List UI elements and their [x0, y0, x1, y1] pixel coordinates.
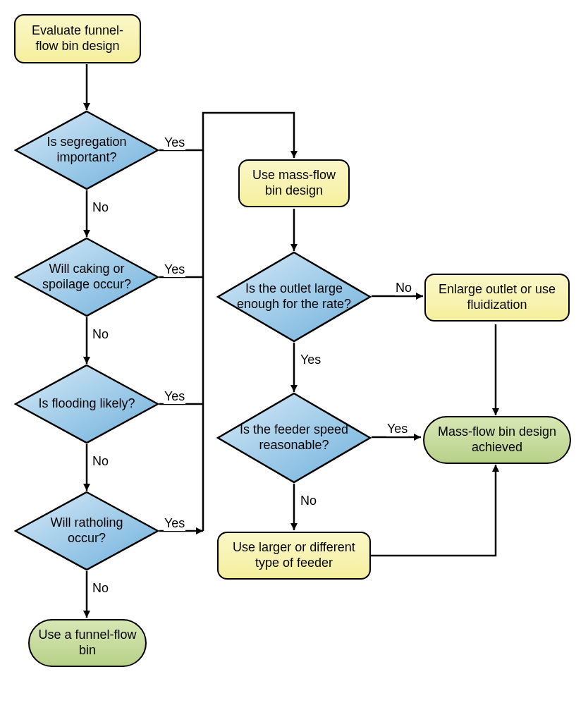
- node-text: Will ratholing occur?: [32, 515, 141, 546]
- start-process: Evaluate funnel-flow bin design: [14, 14, 141, 63]
- process-larger-feeder: Use larger or different type of feeder: [217, 532, 371, 580]
- edge-label-yes: Yes: [164, 389, 185, 404]
- node-text: Use mass-flow bin design: [248, 168, 340, 198]
- connectors: [0, 0, 588, 722]
- terminator-funnel: Use a funnel-flow bin: [28, 619, 147, 667]
- node-text: Will caking or spoilage occur?: [32, 262, 141, 292]
- process-enlarge-outlet: Enlarge outlet or use fluidization: [424, 274, 570, 322]
- node-text: Mass-flow bin design achieved: [433, 424, 561, 455]
- decision-ratholing: Will ratholing occur?: [14, 491, 159, 571]
- node-text: Is the feeder speed reasonable?: [235, 422, 353, 453]
- edge-label-yes: Yes: [164, 262, 185, 277]
- edge-label-no: No: [395, 281, 412, 295]
- decision-caking: Will caking or spoilage occur?: [14, 237, 159, 317]
- node-text: Is the outlet large enough for the rate?: [235, 281, 353, 312]
- terminator-achieved: Mass-flow bin design achieved: [423, 416, 571, 464]
- node-text: Is flooding likely?: [38, 396, 135, 412]
- node-text: Enlarge outlet or use fluidization: [434, 282, 560, 312]
- process-massflow: Use mass-flow bin design: [238, 159, 350, 207]
- node-text: Evaluate funnel-flow bin design: [24, 23, 131, 54]
- edge-label-yes: Yes: [300, 353, 321, 367]
- node-text: Is segregation important?: [32, 135, 141, 165]
- decision-feeder: Is the feeder speed reasonable?: [216, 392, 372, 484]
- edge-label-no: No: [92, 200, 109, 215]
- edge-label-no: No: [300, 494, 317, 508]
- edge-label-yes: Yes: [164, 135, 185, 150]
- edge-label-yes: Yes: [386, 422, 408, 436]
- decision-flooding: Is flooding likely?: [14, 364, 159, 444]
- edge-label-no: No: [92, 454, 109, 469]
- edge-label-no: No: [92, 581, 109, 596]
- decision-segregation: Is segregation important?: [14, 110, 159, 190]
- node-text: Use a funnel-flow bin: [38, 628, 137, 658]
- decision-outlet: Is the outlet large enough for the rate?: [216, 251, 372, 343]
- edge-label-yes: Yes: [164, 516, 185, 531]
- flowchart: Evaluate funnel-flow bin design Is segre…: [0, 0, 588, 722]
- edge-label-no: No: [92, 327, 109, 342]
- node-text: Use larger or different type of feeder: [227, 540, 361, 570]
